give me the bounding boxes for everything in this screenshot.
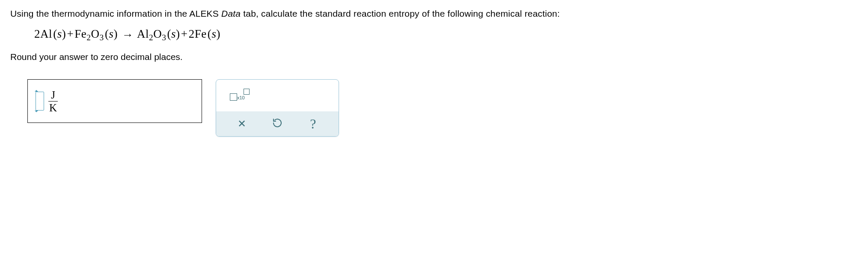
question-intro: Using the thermodynamic information in t… bbox=[10, 9, 858, 19]
question-intro-italic: Data bbox=[221, 9, 241, 18]
x10-label: x10 bbox=[237, 95, 245, 100]
undo-icon bbox=[272, 118, 282, 130]
exponent-box-icon bbox=[244, 89, 250, 95]
clear-button[interactable]: ✕ bbox=[232, 114, 251, 133]
tool-top-row: x10 bbox=[216, 80, 339, 111]
answer-input[interactable] bbox=[36, 92, 44, 111]
help-button[interactable]: ? bbox=[303, 114, 322, 133]
answer-unit: J K bbox=[48, 90, 58, 114]
tool-bottom-row: ✕ ? bbox=[216, 111, 339, 136]
tool-palette: x10 ✕ ? bbox=[216, 79, 339, 137]
reset-button[interactable] bbox=[268, 114, 287, 133]
unit-numerator: J bbox=[50, 90, 56, 101]
unit-denominator: K bbox=[49, 102, 57, 113]
question-intro-after: tab, calculate the standard reaction ent… bbox=[241, 9, 560, 18]
mantissa-box-icon bbox=[230, 93, 237, 101]
round-instruction: Round your answer to zero decimal places… bbox=[10, 52, 858, 62]
x-icon: ✕ bbox=[238, 118, 246, 130]
question-mark-icon: ? bbox=[310, 116, 316, 132]
chemical-equation: 2Al (s) + Fe2O3 (s) → Al2O3 (s) + 2Fe (s… bbox=[34, 27, 858, 42]
answer-box: J K bbox=[27, 79, 202, 123]
question-intro-before: Using the thermodynamic information in t… bbox=[10, 9, 221, 18]
scientific-notation-button[interactable]: x10 bbox=[227, 87, 250, 104]
